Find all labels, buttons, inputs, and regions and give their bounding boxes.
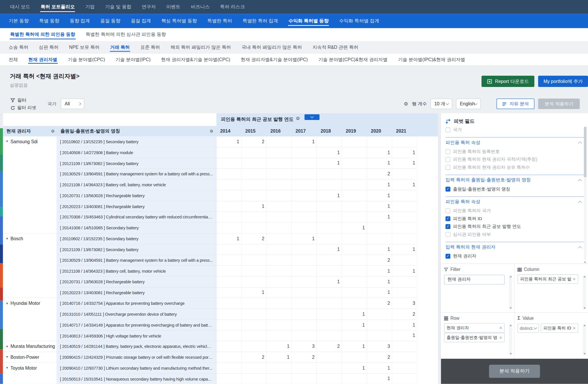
nav-grouping-item[interactable]: 현재 권리자별&기술 분야별(CPC) (156, 54, 236, 66)
nav-patent-type-item[interactable]: 해외 특허 패밀리가 많은 특허 (165, 41, 236, 54)
nav-portfolio-item[interactable]: 핵심 특허별 동향 (156, 14, 202, 28)
scroll-down-arrow-icon[interactable] (509, 353, 512, 354)
nav-main-item[interactable]: 비즈니스 (185, 0, 215, 14)
nav-portfolio-item[interactable]: 특별 동향 (34, 14, 64, 28)
checkbox[interactable] (446, 149, 450, 154)
language-select[interactable]: English (456, 99, 481, 109)
nav-patent-type-item[interactable]: 심판 특허 (34, 41, 64, 54)
nav-patent-type-item[interactable]: NPE 보유 특허 (64, 41, 105, 54)
nav-patent-type-item[interactable]: 표준 특허 (135, 41, 165, 54)
mini-scrollbar[interactable] (583, 324, 586, 355)
nav-main-item[interactable]: 이벤트 (161, 0, 186, 14)
nav-grouping-item[interactable]: 기술 분야별(CPC) (63, 54, 110, 66)
owner-column-gear-icon[interactable]: ⚙ (51, 129, 55, 133)
nav-grouping-item[interactable]: 현재 권리자별 (23, 54, 62, 66)
nav-main-item[interactable]: 기술 및 융합 (100, 0, 136, 14)
scroll-up-arrow-icon[interactable] (509, 276, 512, 277)
collapse-arrow-icon[interactable]: ▼ (6, 356, 9, 359)
filter-toggle[interactable]: 필터 (11, 97, 36, 103)
collapse-arrow-icon[interactable]: ▼ (6, 366, 9, 370)
mini-scrollbar[interactable] (509, 275, 512, 310)
pivot-section-header[interactable]: 입력 특허의 현재 권리자 (446, 242, 584, 252)
remove-icon[interactable]: × (499, 335, 502, 340)
nav-citation-item[interactable]: 특별한 특허에 의한 심사관 피인용 동향 (80, 28, 171, 41)
nav-patent-type-item[interactable]: 국내 특허 패밀리가 많은 특허 (236, 41, 307, 54)
pivot-list-scrollbar[interactable] (584, 127, 587, 260)
nav-portfolio-item[interactable]: 기본 동향 (3, 14, 34, 28)
scroll-down-arrow-icon[interactable] (509, 307, 512, 309)
nav-grouping-item[interactable]: 기술 분야별(CPC)&현재 권리자별 (313, 54, 393, 66)
pivot-chip[interactable]: 현재 권리자× (444, 323, 505, 333)
pivot-section-header[interactable]: 입력 특허의 출원일-출원번호-발명의 명칭 (446, 175, 584, 185)
checkbox[interactable] (446, 208, 450, 213)
pivot-apply-button[interactable]: 분석 적용하기 (489, 365, 540, 378)
collapse-arrow-icon[interactable]: ▼ (6, 302, 9, 305)
nav-grouping-item[interactable]: 전체 (3, 54, 23, 66)
nav-grouping-item[interactable]: 기술 분야별(IPC)&현재 권리자별 (393, 54, 470, 66)
remove-icon[interactable]: × (573, 325, 576, 331)
nav-main-item[interactable]: 대시 보드 (5, 0, 35, 14)
chevron-up-icon[interactable] (578, 179, 582, 183)
pivot-chip[interactable]: 피인용 특허 ID× (541, 323, 578, 333)
scroll-down-arrow-icon[interactable] (583, 353, 586, 354)
checkbox[interactable]: ✓ (446, 187, 450, 191)
chevron-up-icon[interactable] (578, 141, 582, 145)
apply-analysis-button[interactable]: 분석 적용하기 (538, 99, 580, 109)
nav-portfolio-item[interactable]: 수익화 특허별 동향 (283, 14, 334, 28)
nav-patent-type-item[interactable]: 소송 특허 (3, 41, 34, 54)
chevron-up-icon[interactable] (578, 201, 582, 204)
nav-portfolio-item[interactable]: 동향 집계 (65, 14, 95, 28)
scroll-down-arrow-icon[interactable] (583, 307, 586, 309)
add-to-portfolio-button[interactable]: My portfolio에 추가 (538, 76, 588, 87)
chevron-up-icon[interactable] (578, 246, 582, 250)
checkbox[interactable]: ✓ (446, 254, 450, 259)
nav-main-item[interactable]: 특허 포트폴리오 (35, 0, 80, 14)
nav-portfolio-item[interactable]: 품질 동향 (95, 14, 125, 28)
report-download-button[interactable]: Report 다운로드 (481, 76, 534, 87)
nav-portfolio-item[interactable]: 수익화 특허별 집계 (334, 14, 384, 28)
nav-patent-type-item[interactable]: 거래 특허 (105, 41, 135, 54)
mini-scrollbar[interactable] (509, 324, 512, 355)
scroll-up-arrow-icon[interactable] (583, 325, 586, 326)
filter-reset[interactable]: 필터 리셋 (11, 105, 36, 111)
aggregation-select[interactable]: distinct... (517, 323, 539, 333)
pivot-section-header[interactable]: 피인용 특허 속성 (446, 196, 584, 207)
nav-main-item[interactable]: 연구자 (136, 0, 161, 14)
filter-field-box[interactable]: 현재 권리자 (444, 275, 505, 284)
nav-portfolio-item[interactable]: 특별한 특허 집계 (237, 14, 283, 28)
collapse-columns-button[interactable] (304, 114, 319, 120)
checkbox[interactable] (446, 127, 450, 132)
patent-column-gear-icon[interactable]: ⚙ (210, 129, 213, 133)
checkbox[interactable]: ✓ (446, 224, 450, 229)
nav-grouping-item[interactable]: 현재 권리자별&기술 분야별(IPC) (235, 54, 313, 66)
collapse-arrow-icon[interactable]: ▼ (6, 237, 9, 241)
free-analysis-button[interactable]: 자유 분석 (497, 99, 535, 109)
nav-grouping-item[interactable]: 기술 분야별(IPC) (110, 54, 156, 66)
nav-main-item[interactable]: 특허 리스크 (215, 0, 250, 14)
row-count-gear-icon[interactable]: ⚙ (404, 101, 408, 106)
remove-icon[interactable]: × (499, 325, 502, 331)
pivot-section-header[interactable]: 피인용 특허 속성 (446, 137, 584, 148)
pivot-chip[interactable]: 피인용 특허의 최근 공보 발행 ...× (517, 274, 578, 284)
remove-icon[interactable]: × (573, 276, 576, 282)
checkbox[interactable] (446, 165, 450, 170)
pivot-chip[interactable]: 출원일-출원번호-발명의 명칭× (444, 333, 505, 342)
checkbox[interactable]: ✓ (446, 216, 450, 221)
checkbox[interactable] (446, 157, 450, 162)
nav-patent-type-item[interactable]: 지속적 R&D 관련 특허 (307, 41, 363, 54)
scrollbar-thumb[interactable] (584, 127, 587, 177)
span-header-gear-icon[interactable]: ⚙ (296, 116, 300, 121)
scroll-down-arrow-icon[interactable] (584, 262, 586, 263)
nav-main-item[interactable]: 기업 (80, 0, 100, 14)
collapse-arrow-icon[interactable]: ▼ (6, 140, 9, 143)
nav-portfolio-item[interactable]: 특별한 특허 (202, 14, 237, 28)
checkbox[interactable] (446, 232, 450, 237)
row-count-select[interactable]: 10 개 (431, 99, 452, 109)
nav-citation-item[interactable]: 특별한 특허에 의한 피인용 동향 (5, 28, 80, 41)
scroll-up-arrow-icon[interactable] (583, 276, 586, 277)
mini-scrollbar[interactable] (583, 275, 586, 310)
nav-portfolio-item[interactable]: 품질 집계 (125, 14, 156, 28)
collapse-arrow-icon[interactable]: ▼ (6, 345, 9, 348)
country-select[interactable]: All (61, 99, 84, 109)
scroll-up-arrow-icon[interactable] (509, 325, 512, 326)
